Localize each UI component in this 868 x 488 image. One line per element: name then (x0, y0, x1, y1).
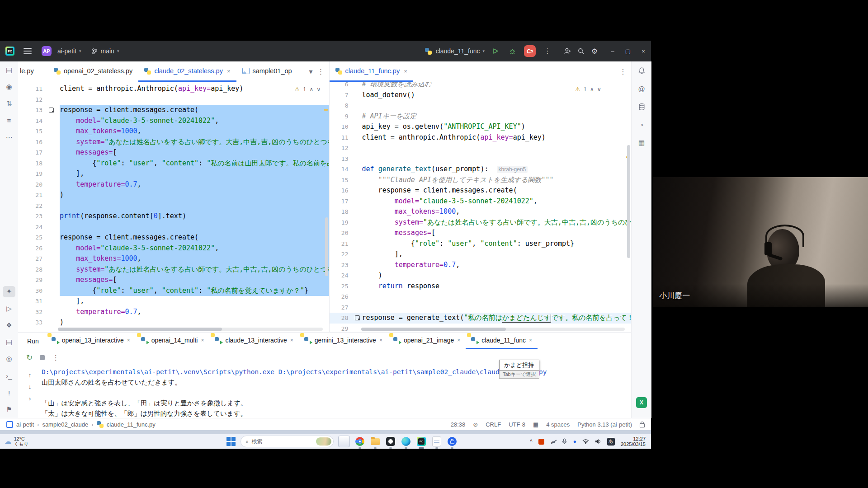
code-line[interactable]: 18 max_tokens=1000, (330, 206, 632, 217)
tab-claude-02-stateless-py[interactable]: claude_02_stateless.py× (138, 61, 236, 82)
code-line[interactable]: 17 model="claude-3-5-sonnet-20241022", (330, 196, 632, 207)
branch-widget[interactable]: main ▾ (89, 46, 122, 56)
taskbar-app-task-view[interactable] (338, 436, 350, 447)
maximize-button[interactable]: ▢ (620, 44, 636, 58)
next-issue-icon[interactable]: ∨ (316, 86, 321, 93)
run-tab-claude_11_func[interactable]: claude_11_func× (466, 333, 538, 349)
code-line[interactable]: 21) (18, 190, 329, 201)
next-issue-icon[interactable]: ∨ (597, 86, 601, 93)
breadcrumb-item[interactable]: sample02_claude (42, 421, 88, 428)
code-with-me-button[interactable] (561, 45, 574, 57)
code-line[interactable]: 30 {"role": "user", "content": "私の名前を覚えて… (18, 286, 329, 296)
code-line[interactable]: 14def generate_text(user_prompt): kbrah-… (330, 164, 632, 175)
taskbar-app-edge[interactable] (401, 436, 411, 447)
run-tab-claude_13_interactive[interactable]: claude_13_interactive× (209, 333, 298, 349)
tabs-more-icon[interactable]: ⋮ (619, 67, 627, 76)
tab-openai-02-stateless-py[interactable]: openai_02_stateless.py (48, 61, 138, 82)
expand-icon[interactable]: › (29, 395, 31, 402)
indent[interactable]: 4 spaces (546, 421, 570, 428)
run-icon[interactable]: ▷ (3, 303, 15, 314)
start-button[interactable] (226, 436, 236, 446)
services-icon[interactable]: ◎ (3, 353, 15, 365)
ai-gutter-icon[interactable] (351, 313, 362, 324)
code-line[interactable]: 16 response = client.messages.create( (330, 185, 632, 196)
code-line[interactable]: 20 messages=[ (330, 228, 632, 239)
sciview-icon[interactable]: ◔ (635, 118, 648, 131)
microphone-icon[interactable] (561, 438, 567, 445)
prev-issue-icon[interactable]: ∧ (590, 86, 594, 93)
code-line[interactable]: 9# APIキーを設定 (330, 111, 632, 122)
close-tab-icon[interactable]: × (290, 337, 293, 343)
code-line[interactable]: 13 (330, 154, 632, 164)
m365-tray-icon[interactable] (538, 439, 544, 445)
horizontal-scrollbar[interactable] (361, 328, 625, 331)
code-line[interactable]: 15 """Claude APIを使用してテキストを生成する関数""" (330, 175, 632, 186)
settings-button[interactable]: ⚙ (588, 45, 601, 57)
line-separator[interactable]: CRLF (486, 421, 501, 428)
taskbar-app-explorer[interactable] (370, 436, 381, 447)
code-line[interactable]: 26 model="claude-3-5-sonnet-20241022", (18, 243, 329, 254)
inspection-widget[interactable]: ⚠ 1 ∧ ∨ (295, 86, 321, 93)
tab-le-py[interactable]: le.py (18, 61, 48, 82)
code-line[interactable]: 14 model="claude-3-5-sonnet-20241022", (18, 116, 329, 127)
code-line[interactable]: 13response = client.messages.create( (18, 105, 329, 116)
close-tab-icon[interactable]: × (529, 337, 532, 343)
close-tab-icon[interactable]: × (127, 337, 130, 343)
search-everywhere-button[interactable] (574, 45, 588, 57)
code-line[interactable]: 26 (330, 291, 632, 302)
more-actions-button[interactable]: ⋮ (541, 45, 554, 57)
code-line[interactable]: 15 max_tokens=1000, (18, 126, 329, 137)
ime-mode-indicator[interactable]: あ (607, 438, 615, 446)
ai-chat-icon[interactable]: @ (635, 82, 648, 95)
close-button[interactable]: × (636, 44, 651, 58)
run-tab-openai_13_interactive[interactable]: openai_13_interactive× (46, 333, 136, 349)
code-line[interactable]: 24 (18, 222, 329, 233)
taskbar-app-notepad[interactable] (431, 436, 442, 447)
code-line[interactable]: 29 messages=[ (18, 275, 329, 286)
editor-claude-02-stateless[interactable]: 11client = anthropic.Anthropic(api_key=a… (18, 82, 330, 332)
code-line[interactable]: 18 {"role": "user", "content": "私の名前は山田太… (18, 158, 329, 169)
onedrive-paused-icon[interactable]: ☁ (550, 438, 556, 445)
code-line[interactable]: 27 max_tokens=1000, (18, 253, 329, 264)
code-line[interactable]: 32 temperature=0.7, (18, 307, 329, 318)
coverage-icon[interactable]: ▦ (635, 136, 648, 149)
wifi-icon[interactable] (582, 439, 589, 444)
tab-claude-11-func-py[interactable]: claude_11_func.py× (330, 61, 413, 82)
code-line[interactable]: 22 ], (330, 249, 632, 260)
lock-icon[interactable] (640, 423, 645, 427)
caret-position[interactable]: 28:38 (451, 421, 466, 428)
minimize-button[interactable]: – (605, 44, 620, 58)
run-tab-gemini_13_interactive[interactable]: gemini_13_interactive× (299, 333, 388, 349)
run-tab-openai_14_multi[interactable]: openai_14_multi× (136, 333, 210, 349)
encoding[interactable]: UTF-8 (509, 421, 525, 428)
warning-stripe-mark[interactable] (324, 109, 328, 111)
more-tools-icon[interactable]: ⋯ (3, 131, 15, 143)
rerun-button[interactable]: ↻ (26, 353, 33, 362)
close-tab-icon[interactable]: × (227, 68, 231, 75)
code-line[interactable]: 19 system="あなたは姓名占いをする占い師です。大吉,中吉,吉,凶のうち… (330, 217, 632, 228)
python-packages-icon[interactable]: ❖ (3, 319, 15, 331)
main-menu-button[interactable] (24, 48, 32, 54)
editor-claude-11-func[interactable]: 6# 環境変数を読み込む7load_dotenv()89# APIキーを設定10… (330, 82, 632, 332)
vertical-scrollbar[interactable] (325, 217, 328, 276)
code-line[interactable]: 11client = anthropic.Anthropic(api_key=a… (18, 84, 329, 94)
breadcrumb-item[interactable]: claude_11_func.py (107, 421, 156, 428)
code-line[interactable]: 23 temperature=0.7, (330, 260, 632, 271)
code-line[interactable]: 20 temperature=0.7, (18, 179, 329, 190)
interpreter[interactable]: Python 3.13 (ai-petit) (577, 421, 632, 428)
code-line[interactable]: 33) (18, 317, 329, 328)
close-tab-icon[interactable]: × (379, 337, 382, 343)
code-line[interactable]: 27 (330, 302, 632, 313)
code-line[interactable]: 28response = generate_text("私の名前はかまどたんじす… (330, 313, 632, 324)
structure-icon[interactable]: ≡ (3, 115, 15, 126)
taskbar-search[interactable]: ⌕ 検索 (241, 436, 334, 447)
tabs-overflow-chevron-icon[interactable]: ▾ (309, 67, 312, 76)
vertical-scrollbar[interactable] (627, 145, 630, 258)
ai-gutter-icon[interactable] (45, 105, 60, 116)
taskbar-clock[interactable]: 12:27 2025/03/15 (621, 436, 646, 447)
scroll-down-icon[interactable]: ↓ (28, 383, 32, 390)
python-console-icon[interactable]: ▤ (3, 337, 15, 348)
code-line[interactable]: 16 system="あなたは姓名占いをする占い師です。大吉,中吉,吉,凶のうち… (18, 137, 329, 148)
run-button[interactable] (489, 45, 502, 57)
tray-chevron-up[interactable]: ^ (530, 438, 533, 445)
